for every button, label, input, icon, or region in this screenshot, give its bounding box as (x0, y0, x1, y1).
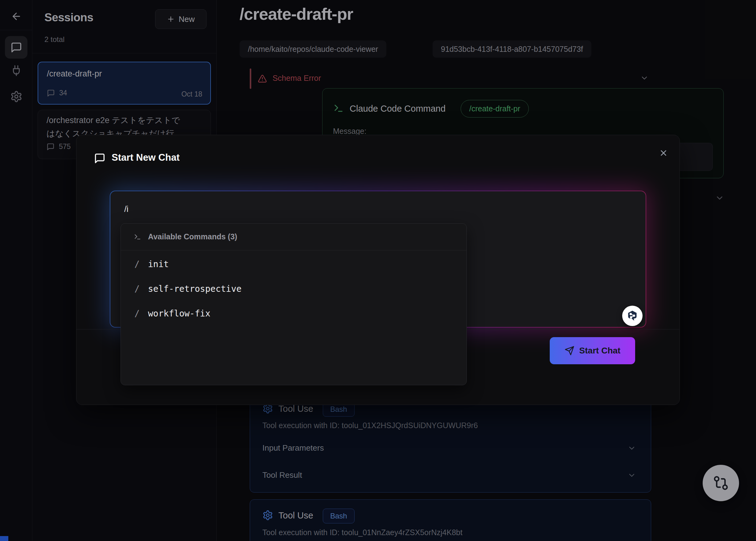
command-prefix: / (135, 259, 140, 269)
terminal-icon (134, 233, 141, 241)
chat-bubble-icon (94, 153, 106, 164)
close-button[interactable] (655, 145, 671, 161)
command-item-init[interactable]: / init (121, 252, 467, 277)
claude-sdk-logo-button[interactable] (622, 306, 642, 326)
send-icon (565, 346, 574, 356)
command-prefix: / (135, 308, 140, 318)
available-commands-dropdown: Available Commands (3) / init / self-ret… (121, 223, 467, 385)
chat-input-value: /i (124, 205, 129, 214)
command-name: self-retrospective (148, 284, 241, 294)
command-name: workflow-fix (148, 308, 210, 318)
app-root: Sessions New 2 total /create-draft-pr 34… (0, 0, 756, 541)
dropdown-divider (121, 250, 467, 251)
chat-share-logo-icon (626, 309, 639, 322)
start-chat-label: Start Chat (579, 346, 621, 356)
command-item-workflow-fix[interactable]: / workflow-fix (121, 302, 467, 326)
close-icon (659, 148, 668, 158)
command-name: init (148, 259, 169, 269)
commands-header-label: Available Commands (3) (148, 232, 237, 241)
command-prefix: / (135, 284, 140, 294)
commands-header: Available Commands (3) (121, 224, 467, 250)
modal-title: Start New Chat (112, 152, 180, 163)
start-chat-button[interactable]: Start Chat (550, 337, 635, 364)
start-new-chat-modal: Start New Chat /i (76, 135, 680, 405)
command-item-self-retrospective[interactable]: / self-retrospective (121, 277, 467, 302)
